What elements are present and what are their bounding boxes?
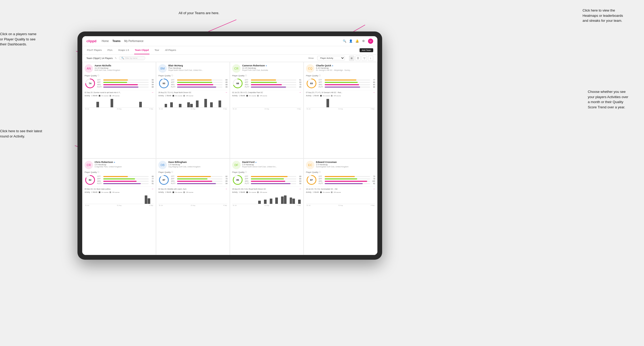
date-mid: 21 Aug	[264, 108, 269, 110]
on-course-legend	[320, 191, 322, 193]
chart-dates: 31 Jul 21 Aug 4 Sep	[85, 108, 154, 110]
show-select[interactable]: Player Activity Quality Score Trend	[317, 56, 345, 60]
player-card[interactable]: CR Chris Robertson ● 1-5 Handicap Craigm…	[82, 158, 156, 255]
player-name[interactable]: Dave Billingham	[168, 161, 227, 163]
quality-label: Player Quality ⓘ	[306, 74, 375, 77]
player-name[interactable]: Edward Crossman	[316, 161, 375, 163]
on-course-legend	[99, 95, 100, 97]
chart-bars	[85, 194, 154, 204]
nav-icons: 🔍 👤 🔔 ⚙ U	[343, 39, 373, 44]
player-card[interactable]: AN Aaron Nicholls 11-15 Handicap Drift G…	[82, 62, 156, 158]
sub-nav: PGAT Players PGA Hcaps 1-5 Team Clippd T…	[82, 46, 377, 55]
player-card[interactable]: CR Cameron Robertson ● 11-15 Handicap Ro…	[230, 62, 304, 158]
player-card[interactable]: DB Dave Billingham 1-5 Handicap Sog Magi…	[156, 158, 230, 255]
activity-section: Activity · 1 Month On course Off course …	[232, 191, 301, 253]
player-avatar: DF	[232, 161, 241, 169]
latest-round[interactable]: 18 Jul 23 | 74 (+4), Sunningdale GC - Ol…	[306, 187, 375, 190]
player-card[interactable]: BM Blair McHarg Plus Handicap Royal Nort…	[156, 62, 230, 158]
activity-section: Activity · 1 Month On course Off course …	[85, 95, 154, 156]
tab-tour[interactable]: Tour	[154, 46, 160, 54]
list-view-btn[interactable]: ☰	[355, 56, 361, 61]
player-name[interactable]: Cameron Robertson ●	[242, 64, 301, 67]
latest-round[interactable]: 07 Aug 23 | 77 (+7), St George's Hill GC…	[306, 90, 375, 94]
user-avatar[interactable]: U	[368, 39, 373, 44]
player-name[interactable]: Charlie Quick ●	[316, 64, 375, 67]
nav-links: Home Teams My Performance	[102, 39, 337, 43]
on-course-label: On course	[101, 191, 109, 193]
filter-input[interactable]: 🔍 Filter by name	[119, 56, 145, 60]
chart-bars	[158, 194, 227, 204]
date-start: 31 Jul	[233, 108, 237, 110]
on-course-legend	[173, 95, 174, 97]
off-course-legend	[110, 95, 111, 97]
player-club: St. George's Hill GC - Weybridge - Surre…	[316, 69, 375, 71]
round-arrow[interactable]: →	[299, 91, 301, 94]
player-header: BM Blair McHarg Plus Handicap Royal Nort…	[158, 64, 227, 73]
chart-area	[85, 194, 154, 204]
latest-round[interactable]: 02 Sep 23 | Sunrise round to get back in…	[85, 90, 154, 94]
tab-pga[interactable]: PGA	[107, 46, 113, 54]
player-handicap: 11-15 Handicap	[95, 67, 154, 69]
tab-all-players[interactable]: All Players	[164, 46, 177, 54]
player-grid: AN Aaron Nicholls 11-15 Handicap Drift G…	[82, 62, 377, 255]
latest-round[interactable]: 02 Jul 23 | 59 (+17), Craigmillar Park G…	[232, 90, 301, 94]
add-team-button[interactable]: Add Team	[360, 48, 373, 52]
off-course-label: Off course	[112, 95, 120, 97]
player-club: Drift Golf Club, United Kingdom	[95, 69, 154, 71]
tab-hcaps[interactable]: Hcaps 1-5	[118, 46, 129, 54]
on-course-label: On course	[175, 191, 183, 193]
off-course-label: Off course	[186, 191, 193, 193]
player-header: CQ Charlie Quick ● 6-10 Handicap St. Geo…	[306, 64, 375, 73]
round-arrow[interactable]: →	[151, 188, 154, 190]
activity-header: Activity · 1 Month On course Off course	[85, 191, 154, 193]
sort-btn[interactable]: ↕	[368, 56, 373, 61]
round-arrow[interactable]: →	[373, 91, 375, 94]
chart-area	[158, 97, 227, 108]
player-name[interactable]: David Ford ●	[242, 161, 301, 163]
chart-dates: 31 Jul 21 Aug 4 Sep	[306, 108, 375, 110]
player-name[interactable]: Blair McHarg	[168, 64, 227, 67]
player-card[interactable]: CQ Charlie Quick ● 6-10 Handicap St. Geo…	[304, 62, 377, 158]
quality-stats: OTT 84 APP 85 ARG 88 PUTT 95	[171, 79, 227, 88]
round-arrow[interactable]: →	[225, 91, 227, 94]
player-name[interactable]: Aaron Nicholls	[95, 64, 154, 67]
activity-label: Activity · 1 Month	[158, 191, 172, 193]
activity-legend: On course Off course	[246, 191, 267, 193]
activity-legend: On course Off course	[320, 191, 341, 193]
nav-my-performance[interactable]: My Performance	[124, 39, 143, 43]
nav-teams[interactable]: Teams	[112, 39, 121, 43]
player-card[interactable]: DF David Ford ● 1-5 Handicap Royal North…	[230, 158, 304, 255]
off-course-legend	[183, 95, 185, 97]
latest-round[interactable]: 05 Mar 23 | 19, Must make putting →	[85, 187, 154, 190]
player-avatar: CQ	[306, 64, 314, 73]
tab-pgat[interactable]: PGAT Players	[86, 46, 102, 54]
round-arrow[interactable]: →	[225, 188, 227, 190]
bell-icon[interactable]: 🔔	[355, 39, 359, 43]
edit-icon[interactable]: ✎	[115, 57, 117, 60]
round-arrow[interactable]: →	[299, 188, 301, 190]
search-icon[interactable]: 🔍	[343, 39, 346, 43]
chart-dates: 31 Jul 21 Aug 4 Sep	[85, 204, 154, 206]
nav-home[interactable]: Home	[102, 39, 109, 43]
user-icon[interactable]: 👤	[349, 39, 353, 43]
player-info: Edward Crossman 1-5 Handicap Sunningdale…	[316, 161, 375, 168]
grid-view-btn[interactable]: ⊞	[349, 56, 354, 61]
round-arrow[interactable]: →	[151, 91, 154, 94]
settings-icon[interactable]: ⚙	[362, 39, 365, 43]
date-end: 4 Sep	[223, 205, 227, 206]
chart-area	[232, 97, 301, 108]
player-name[interactable]: Chris Robertson ●	[95, 161, 154, 163]
date-mid: 21 Aug	[338, 108, 343, 110]
latest-round[interactable]: 26 Aug 23 | 73 (+1), Royal North Devon G…	[158, 90, 227, 94]
off-course-label: Off course	[260, 95, 267, 97]
on-course-legend	[99, 191, 100, 193]
player-card[interactable]: EC Edward Crossman 1-5 Handicap Sunningd…	[304, 158, 377, 255]
svg-text:87: 87	[163, 179, 165, 181]
svg-text:85: 85	[236, 179, 239, 181]
filter-btn[interactable]: ▽	[362, 56, 367, 61]
round-arrow[interactable]: →	[373, 188, 375, 190]
tab-team-clippd[interactable]: Team Clippd	[134, 46, 149, 54]
latest-round[interactable]: 26 Aug 23 | 84 (+12), Royal North Devon …	[232, 187, 301, 190]
off-course-label: Off course	[186, 95, 193, 97]
latest-round[interactable]: 04 Sep 23 | Mobility with coach, Gym →	[158, 187, 227, 190]
